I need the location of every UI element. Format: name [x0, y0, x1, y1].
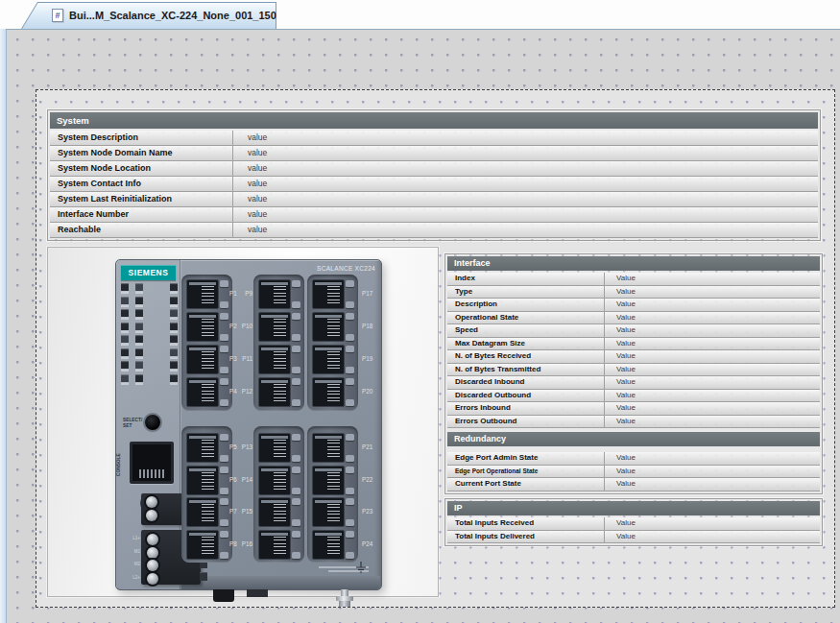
status-led — [170, 283, 178, 291]
status-led — [121, 348, 129, 356]
port-label-pair: P2P10 — [229, 323, 252, 329]
port-latch — [346, 531, 354, 538]
port-latch — [292, 488, 300, 494]
close-icon[interactable]: × — [284, 10, 292, 22]
editor-tab[interactable]: # Bui...M_Scalance_XC-224_None_001_150 × — [21, 2, 276, 29]
row-value: Value — [604, 517, 820, 530]
port-label: P4 — [229, 388, 237, 395]
led-tiny-label — [170, 305, 178, 307]
port-label: P9 — [245, 290, 252, 297]
row-value: Value — [604, 452, 820, 465]
port-label: P16 — [242, 540, 252, 547]
status-led — [135, 374, 143, 382]
port-latch — [220, 488, 228, 494]
scalance-switch-image: SIEMENS SCALANCE XC224 SELECT/ SET CONSO… — [115, 259, 382, 590]
status-led — [121, 283, 129, 291]
table-row: Edge Port Operational StateValue — [447, 466, 820, 479]
port-latch — [292, 467, 300, 473]
power-terminal-label: L2+ — [128, 575, 140, 580]
ip-table[interactable]: IPTotal Inputs ReceivedValueTotal Inputs… — [444, 498, 823, 546]
port-label-pair: P6P14 — [229, 476, 252, 483]
system-table[interactable]: SystemSystem DescriptionvalueSystem Node… — [47, 109, 821, 241]
row-value: value — [232, 177, 818, 191]
led-tiny-label — [135, 357, 143, 359]
tab-title: Bui...M_Scalance_XC-224_None_001_150 — [69, 10, 276, 21]
port-latch — [220, 378, 228, 385]
led-tiny-label — [135, 383, 143, 385]
port-column-recess — [253, 426, 304, 563]
port-label: P20 — [362, 388, 372, 395]
table-row: System Node Domain Namevalue — [50, 146, 818, 161]
port-label-pair: P8P16 — [229, 540, 252, 547]
selection-marquee[interactable]: SystemSystem DescriptionvalueSystem Node… — [36, 89, 835, 608]
port-label: P22 — [362, 476, 372, 483]
status-led — [121, 374, 129, 382]
port-latch — [220, 455, 228, 462]
port-latch — [220, 334, 228, 341]
table-section-header: IP — [447, 501, 820, 515]
port-latch — [346, 280, 354, 287]
port-column-recess — [181, 275, 232, 411]
port-column-recess — [181, 426, 232, 563]
port-latch — [346, 367, 354, 373]
port-latch — [346, 455, 354, 462]
din-rail-clip-small — [247, 589, 268, 597]
interface-table[interactable]: InterfaceIndexValueTypeValueDescriptionV… — [444, 253, 823, 494]
status-led — [170, 309, 178, 317]
port-latch — [292, 367, 300, 373]
status-led — [170, 323, 178, 330]
port-latch — [220, 367, 228, 373]
led-tiny-label — [170, 331, 178, 333]
status-led — [121, 335, 129, 343]
row-value: value — [232, 146, 818, 160]
led-tiny-label — [170, 344, 178, 346]
port-label-pair: P5P13 — [229, 443, 252, 450]
row-value: Value — [604, 466, 820, 478]
status-led — [121, 297, 129, 304]
row-label: System Last Reinitialization — [50, 192, 232, 206]
port-latch — [346, 519, 354, 526]
rj45-port — [312, 377, 345, 407]
table-row: Discarded OutboundValue — [447, 390, 820, 403]
rj45-port — [258, 530, 291, 560]
port-label: P18 — [362, 323, 372, 329]
row-value: Value — [604, 324, 820, 337]
led-tiny-label — [170, 357, 178, 359]
console-label: CONSOLE — [116, 441, 126, 489]
row-label: System Node Domain Name — [50, 146, 232, 160]
screen-canvas[interactable]: SystemSystem DescriptionvalueSystem Node… — [7, 29, 840, 623]
led-tiny-label — [135, 370, 143, 371]
port-label: P1 — [229, 290, 237, 297]
port-latch — [292, 519, 300, 526]
rj45-port — [186, 433, 219, 463]
row-label: Errors Outbound — [447, 416, 604, 428]
port-latch — [220, 467, 228, 473]
table-section-header: Redundancy — [447, 432, 820, 446]
table-row: Errors InboundValue — [447, 402, 820, 416]
led-tiny-label — [121, 331, 129, 333]
port-latch — [346, 467, 354, 473]
table-row: Interface Numbervalue — [50, 207, 818, 223]
table-row: Total Inputs ReceivedValue — [447, 517, 820, 531]
led-tiny-label — [135, 305, 143, 307]
port-label: P17 — [362, 290, 372, 297]
port-latch — [346, 346, 354, 352]
port-latch — [292, 498, 300, 505]
power-terminal-label: L1+ — [128, 536, 140, 540]
row-label: Interface Number — [50, 207, 232, 222]
rj45-port — [312, 279, 345, 309]
status-led — [135, 297, 143, 304]
grounding-stud — [336, 589, 353, 608]
port-latch — [292, 455, 300, 462]
row-value: Value — [604, 299, 820, 311]
port-label: P21 — [362, 443, 372, 450]
row-value: Value — [604, 376, 820, 389]
device-image-group[interactable]: SIEMENS SCALANCE XC224 SELECT/ SET CONSO… — [47, 247, 439, 597]
port-label-pair: P3P11 — [229, 355, 252, 362]
status-led — [135, 335, 143, 343]
row-label: Errors Inbound — [447, 402, 604, 415]
led-tiny-label — [170, 383, 178, 385]
led-tiny-label — [121, 383, 129, 385]
led-tiny-label — [121, 318, 129, 320]
status-led — [170, 374, 178, 382]
